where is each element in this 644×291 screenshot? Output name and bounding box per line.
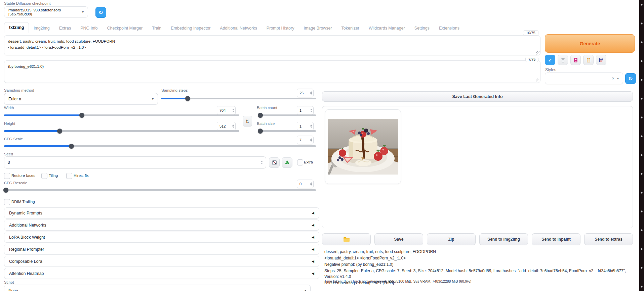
tab-prompt-history[interactable]: Prompt History <box>262 23 299 33</box>
clear-styles-icon[interactable]: × <box>612 76 614 81</box>
prompt-resize-handle[interactable] <box>536 51 539 55</box>
spinner-down-icon[interactable] <box>310 127 312 128</box>
generated-image-thumbnail[interactable] <box>325 109 401 184</box>
accordion-regional-prompter[interactable]: Regional Prompter ◀ <box>4 244 319 255</box>
prompt-input[interactable]: dessert, pastry, cream, fruit, nuts, foo… <box>4 35 540 55</box>
tab-additional-networks[interactable]: Additional Networks <box>215 23 261 33</box>
cfg-scale-value[interactable] <box>297 136 310 144</box>
slider-track[interactable] <box>258 114 316 116</box>
sampling-method-select[interactable]: Euler a ▾ <box>4 93 158 105</box>
send-to-inpaint-button[interactable]: Send to inpaint <box>532 233 580 245</box>
script-select[interactable]: None ▾ <box>4 285 311 291</box>
spinner[interactable] <box>259 157 266 168</box>
zip-button[interactable]: Zip <box>427 233 476 245</box>
page-scrollbar[interactable] <box>639 0 644 291</box>
tab-png-info[interactable]: PNG Info <box>76 23 102 33</box>
random-seed-button[interactable] <box>269 157 280 168</box>
spinner-up-icon[interactable] <box>261 161 263 162</box>
apply-style-button[interactable] <box>583 55 594 65</box>
hires-fix-checkbox[interactable] <box>66 173 72 179</box>
spinner-down-icon[interactable] <box>310 140 312 142</box>
checkpoint-select[interactable]: rmadartSD15_v80.safetensors [5e579a0d89]… <box>4 6 88 17</box>
batch-size-slider[interactable] <box>258 128 316 134</box>
tab-extras[interactable]: Extras <box>54 23 76 33</box>
tab-embedding-inspector[interactable]: Embedding Inspector <box>166 23 215 33</box>
tab-settings[interactable]: Settings <box>410 23 434 33</box>
tab-image-browser[interactable]: Image Browser <box>299 23 336 33</box>
styles-input[interactable] <box>549 76 612 81</box>
clear-prompt-button[interactable] <box>558 55 568 65</box>
height-slider[interactable] <box>4 128 239 134</box>
save-last-generated-info-button[interactable]: Save Last Generated Info <box>322 91 633 102</box>
open-folder-button[interactable] <box>322 233 371 245</box>
reuse-seed-button[interactable] <box>282 157 292 168</box>
save-button[interactable]: Save <box>374 233 423 245</box>
accordion-lora-block-weight[interactable]: LoRA Block Weight ◀ <box>4 232 319 243</box>
refresh-styles-button[interactable]: ↻ <box>625 73 636 84</box>
accordion-composable-lora[interactable]: Composable Lora ◀ <box>4 256 319 267</box>
spinner-up-icon[interactable] <box>232 125 234 126</box>
slider-track[interactable] <box>161 98 316 99</box>
spinner-down-icon[interactable] <box>232 111 234 112</box>
slider-track[interactable] <box>4 114 239 116</box>
paste-params-button[interactable]: ↙ <box>545 55 555 65</box>
send-to-img2img-button[interactable]: Send to img2img <box>479 233 528 245</box>
slider-thumb[interactable] <box>79 113 84 118</box>
tab-train[interactable]: Train <box>147 23 166 33</box>
send-to-extras-button[interactable]: Send to extras <box>584 233 633 245</box>
spinner-down-icon[interactable] <box>310 111 312 112</box>
seed-input[interactable] <box>4 156 266 168</box>
slider-thumb[interactable] <box>69 144 74 149</box>
swap-dimensions-button[interactable]: ⇅ <box>243 116 252 127</box>
spinner-down-icon[interactable] <box>310 184 312 186</box>
generate-button[interactable]: Generate <box>545 34 635 53</box>
accordion-additional-networks[interactable]: Additional Networks ◀ <box>4 220 319 231</box>
slider-track[interactable] <box>4 189 316 191</box>
slider-track[interactable] <box>258 130 316 132</box>
slider-thumb[interactable] <box>185 96 190 101</box>
refresh-checkpoint-button[interactable]: ↻ <box>95 7 106 18</box>
tab-txt2img[interactable]: txt2img <box>4 22 29 33</box>
extra-seed-checkbox[interactable] <box>297 159 303 165</box>
spinner[interactable] <box>310 180 313 188</box>
width-slider[interactable] <box>4 112 239 118</box>
spinner-up-icon[interactable] <box>232 109 234 110</box>
tiling-checkbox[interactable] <box>41 173 47 179</box>
spinner-down-icon[interactable] <box>232 127 234 128</box>
slider-thumb[interactable] <box>3 188 8 193</box>
spinner-down-icon[interactable] <box>310 93 312 95</box>
spinner-up-icon[interactable] <box>310 125 312 126</box>
accordion-label: LoRA Block Weight <box>9 235 45 240</box>
slider-thumb[interactable] <box>258 113 263 118</box>
negative-resize-handle[interactable] <box>536 79 539 82</box>
tab-tokenizer[interactable]: Tokenizer <box>337 23 364 33</box>
tab-wildcards-manager[interactable]: Wildcards Manager <box>364 23 410 33</box>
slider-thumb[interactable] <box>57 129 62 134</box>
slider-track[interactable] <box>4 145 316 147</box>
batch-count-slider[interactable] <box>258 112 316 118</box>
tab-checkpoint-merger[interactable]: Checkpoint Merger <box>103 23 148 33</box>
spinner-down-icon[interactable] <box>261 163 263 164</box>
seed-value[interactable] <box>4 157 259 168</box>
negative-prompt-input[interactable]: (by boring_e621:1.0) <box>4 60 540 83</box>
spinner[interactable] <box>310 136 313 144</box>
slider-thumb[interactable] <box>258 129 263 134</box>
save-style-button[interactable] <box>596 55 606 65</box>
cfg-rescale-value[interactable] <box>297 180 310 188</box>
accordion-dynamic-prompts[interactable]: Dynamic Prompts ◀ <box>4 207 319 219</box>
slider-track[interactable] <box>4 130 239 132</box>
cfg-rescale-slider[interactable] <box>4 187 316 193</box>
cfg-scale-slider[interactable] <box>4 143 316 149</box>
tab-img2img[interactable]: img2img <box>29 23 54 33</box>
tab-extensions[interactable]: Extensions <box>434 23 464 33</box>
ddim-trailing-checkbox[interactable] <box>4 199 10 205</box>
sampling-steps-slider[interactable] <box>161 96 316 101</box>
spinner-up-icon[interactable] <box>310 91 312 93</box>
spinner-up-icon[interactable] <box>310 182 312 184</box>
restore-faces-checkbox[interactable] <box>4 173 10 179</box>
spinner-up-icon[interactable] <box>310 109 312 110</box>
spinner-up-icon[interactable] <box>310 138 312 140</box>
styles-card-button[interactable] <box>570 55 581 65</box>
accordion-attention-heatmap[interactable]: Attention Heatmap ◀ <box>4 268 319 279</box>
styles-combobox[interactable]: × ▾ <box>545 72 623 84</box>
